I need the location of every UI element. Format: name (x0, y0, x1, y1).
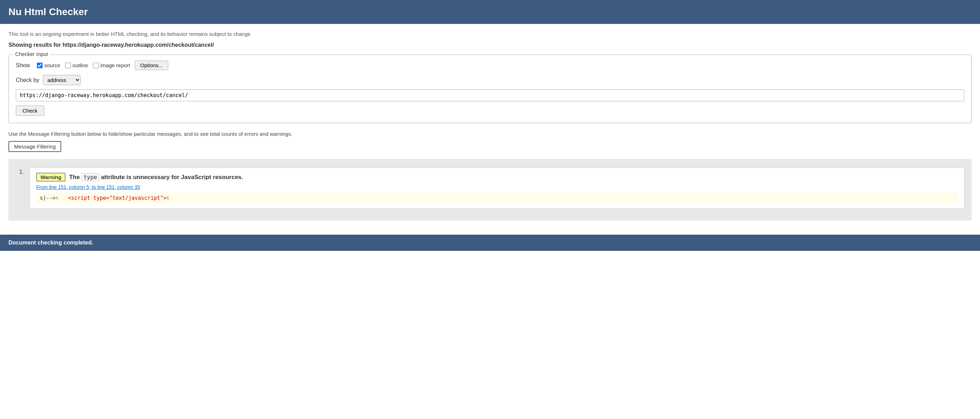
show-label: Show (16, 62, 30, 68)
result-number-1: 1. (16, 167, 24, 175)
source-checkbox-label[interactable]: source (37, 62, 60, 68)
filter-info-text: Use the Message Filtering button below t… (8, 131, 972, 137)
checker-input-box: Checker Input Show source outline image … (8, 54, 972, 123)
showing-results-text: Showing results for https://django-racew… (8, 42, 972, 48)
code-prefix: s)--> (40, 195, 56, 201)
outline-label: outline (73, 62, 88, 68)
result-code-inline: type (81, 173, 99, 181)
subtitle-text: This tool is an ongoing experiment in be… (8, 31, 972, 37)
url-input[interactable] (16, 89, 964, 101)
result-link-1[interactable]: From line 151, column 5; to line 151, co… (36, 184, 958, 190)
show-row: Show source outline image report Options… (16, 60, 964, 70)
pilcrow-1: ¶ (56, 195, 59, 201)
options-button[interactable]: Options... (135, 60, 168, 70)
check-by-select[interactable]: address file upload text input (43, 75, 81, 85)
result-card-1: Warning The type attribute is unnecessar… (30, 167, 964, 209)
message-filtering-button[interactable]: Message Filtering (8, 141, 61, 152)
warning-badge: Warning (36, 173, 65, 181)
source-label: source (45, 62, 60, 68)
image-report-label: image report (100, 62, 130, 68)
pilcrow-2: ¶ (167, 195, 169, 201)
result-header-1: Warning The type attribute is unnecessar… (36, 173, 958, 181)
code-tag: <script type="text/javascript"> (68, 195, 167, 201)
page-footer: Document checking completed. (0, 235, 980, 251)
result-code-block: s)-->¶ <script type="text/javascript">¶ (36, 193, 958, 203)
footer-text: Document checking completed. (8, 240, 93, 246)
main-content: This tool is an ongoing experiment in be… (0, 24, 980, 228)
image-report-checkbox-label[interactable]: image report (93, 62, 130, 68)
check-by-row: Check by address file upload text input (16, 75, 964, 85)
image-report-checkbox[interactable] (93, 63, 99, 68)
outline-checkbox-label[interactable]: outline (65, 62, 88, 68)
checker-input-legend: Checker Input (13, 51, 50, 57)
page-title: Nu Html Checker (8, 6, 88, 17)
page-header: Nu Html Checker (0, 0, 980, 24)
outline-checkbox[interactable] (65, 63, 71, 68)
result-item-1: 1. Warning The type attribute is unneces… (16, 167, 964, 209)
check-button[interactable]: Check (16, 106, 45, 116)
result-message-1: The type attribute is unnecessary for Ja… (69, 174, 243, 181)
check-by-label: Check by (16, 77, 40, 83)
results-area: 1. Warning The type attribute is unneces… (8, 159, 972, 221)
source-checkbox[interactable] (37, 63, 43, 68)
